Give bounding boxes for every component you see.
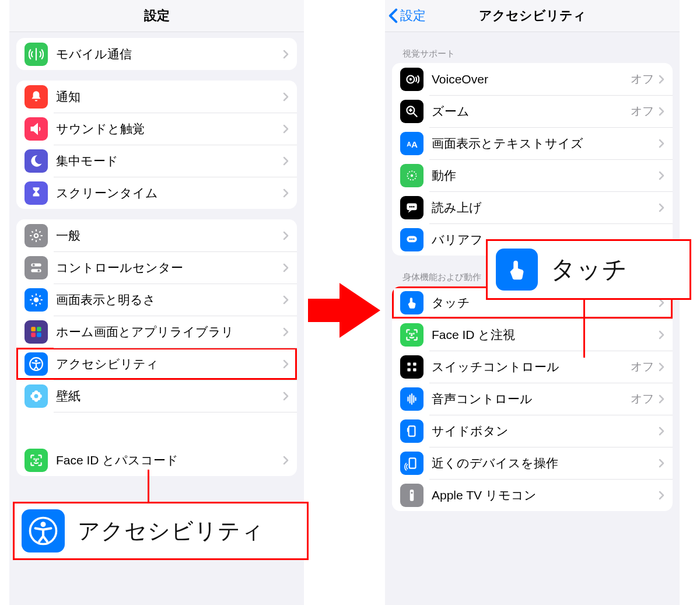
accessibility-icon [22,509,65,552]
faceid-icon [400,323,424,347]
svg-point-40 [410,333,410,334]
bell-icon [24,85,48,109]
row-mobile-data[interactable]: モバイル通信 [16,38,297,70]
row-siri-hidden[interactable] [16,412,297,444]
callout-label: タッチ [551,253,628,286]
settings-group-connectivity: モバイル通信 [16,38,297,70]
row-label: 近くのデバイスを操作 [432,455,659,471]
row-faceid-attention[interactable]: Face ID と注視 [392,319,673,351]
back-button[interactable]: 設定 [388,7,426,25]
gear-icon [24,224,48,247]
row-homescreen[interactable]: ホーム画面とアプリライブラリ [16,316,297,348]
chevron-right-icon [659,330,664,340]
row-nearby-devices[interactable]: 近くのデバイスを操作 [392,447,673,479]
touch-icon [400,291,424,314]
row-voiceover[interactable]: VoiceOver オフ [392,63,673,95]
svg-rect-48 [410,489,414,501]
row-display-text-size[interactable]: AA 画面表示とテキストサイズ [392,127,673,159]
row-label: コントロールセンター [56,260,283,276]
svg-rect-43 [413,362,416,365]
row-side-button[interactable]: サイドボタン [392,415,673,447]
row-focus[interactable]: 集中モード [16,145,297,177]
chevron-right-icon [283,92,289,102]
chevron-right-icon [659,203,664,212]
row-general[interactable]: 一般 [16,219,297,251]
moon-icon [24,149,48,173]
red-arrow [308,283,381,335]
chevron-right-icon [283,50,289,59]
accessibility-icon [24,352,48,376]
chevron-right-icon [283,263,289,272]
callout-label: アクセシビリティ [78,516,264,546]
svg-point-17 [37,391,40,394]
row-label: 動作 [432,167,659,184]
row-zoom[interactable]: ズーム オフ [392,95,673,127]
row-apple-tv-remote[interactable]: Apple TV リモコン [392,479,673,511]
svg-rect-47 [410,458,416,468]
svg-point-11 [35,359,37,362]
navbar: 設定 アクセシビリティ [385,0,680,32]
faceid-icon [24,449,48,472]
flower-icon [24,384,48,408]
svg-point-49 [411,492,412,494]
row-accessibility[interactable]: アクセシビリティ [16,348,297,380]
page-title: アクセシビリティ [479,7,586,25]
hourglass-icon [24,181,48,205]
row-label: 壁紙 [56,388,283,404]
svg-rect-9 [37,333,41,337]
settings-group-alerts: 通知 サウンドと触覚 集中モード スクリーンタイム [16,81,297,209]
voiceover-icon [400,68,424,91]
row-voice-control[interactable]: 音声コントロール オフ [392,383,673,415]
row-label: 読み上げ [432,200,659,216]
chat-icon [400,228,424,251]
svg-rect-6 [31,327,36,331]
row-label: サイドボタン [432,423,659,439]
toggles-icon [24,256,48,279]
row-display-brightness[interactable]: 画面表示と明るさ [16,284,297,316]
row-label: ズーム [432,103,631,120]
row-value: オフ [631,103,654,119]
row-switch-control[interactable]: スイッチコントロール オフ [392,351,673,383]
svg-text:A: A [411,139,418,149]
row-label: 一般 [56,228,283,244]
svg-point-20 [34,394,37,397]
row-control-center[interactable]: コントロールセンター [16,251,297,284]
row-label: 集中モード [56,153,283,169]
row-sounds[interactable]: サウンドと触覚 [16,113,297,145]
svg-point-41 [414,333,414,334]
svg-point-39 [413,238,415,240]
speech-bubble-icon [400,196,424,219]
row-faceid-passcode[interactable]: Face ID とパスコード [16,444,297,476]
antenna-icon [24,43,48,66]
callout-accessibility: アクセシビリティ [13,502,309,560]
accessibility-group-physical: タッチ Face ID と注視 スイッチコントロール オフ 音声コントロール [392,286,673,511]
side-button-icon [400,419,424,443]
chevron-right-icon [659,362,664,372]
accessibility-group-vision: VoiceOver オフ ズーム オフ AA 画面表示とテキストサイズ [392,63,673,256]
svg-point-4 [37,269,40,271]
row-notifications[interactable]: 通知 [16,81,297,113]
row-motion[interactable]: 動作 [392,159,673,191]
row-label: サウンドと触覚 [56,121,283,137]
chevron-right-icon [659,491,664,500]
chevron-right-icon [659,459,664,468]
svg-rect-46 [409,426,415,436]
remote-icon [400,484,424,507]
svg-point-19 [37,397,40,400]
svg-point-16 [32,391,35,394]
svg-rect-7 [37,327,41,331]
row-spoken-content[interactable]: 読み上げ [392,191,673,223]
row-screentime[interactable]: スクリーンタイム [16,177,297,209]
row-wallpaper[interactable]: 壁紙 [16,380,297,412]
svg-point-5 [34,297,39,302]
chevron-right-icon [283,327,289,337]
chevron-right-icon [283,188,289,198]
chevron-right-icon [283,456,289,465]
chevron-right-icon [659,426,664,436]
chevron-right-icon [659,75,664,84]
row-label: 通知 [56,89,283,105]
row-label: Apple TV リモコン [432,487,659,503]
switch-control-icon [400,355,424,379]
chevron-right-icon [283,359,289,369]
row-label: Face ID と注視 [432,327,659,343]
